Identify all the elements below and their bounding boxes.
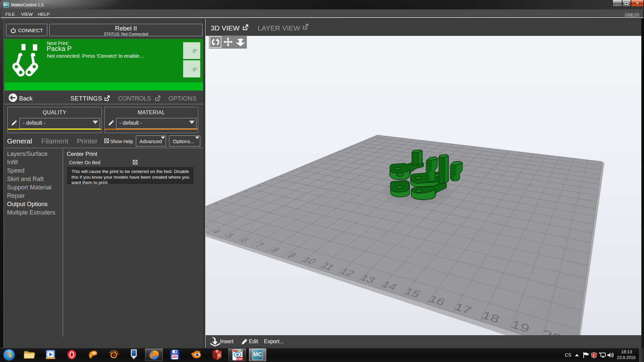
svg-text:PDF: PDF [237,357,243,361]
svg-text:R: R [216,350,218,353]
svg-text:R: R [218,353,221,358]
svg-text:C: C [593,353,595,357]
